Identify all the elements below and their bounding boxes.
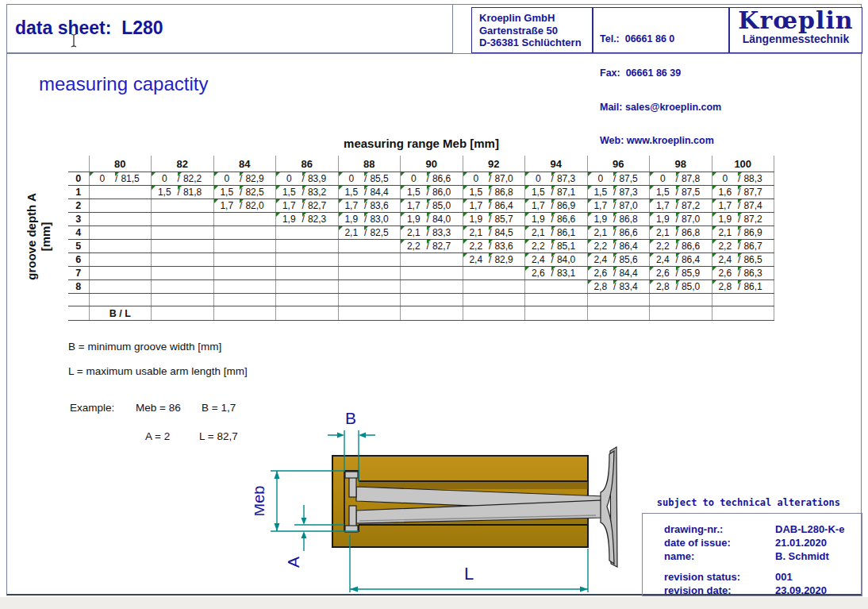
capacity-cell bbox=[152, 199, 214, 213]
capacity-cell: 1,9/82,3 bbox=[276, 213, 339, 226]
table-row: 31,9/82,31,9/83,01,9/84,01,9/85,71,9/86,… bbox=[68, 213, 774, 226]
capacity-cell bbox=[152, 213, 214, 226]
empty-cell bbox=[587, 294, 650, 306]
capacity-cell: 2,1/83,3 bbox=[401, 226, 463, 240]
row-label: 1 bbox=[68, 186, 89, 199]
capacity-cell: 2,1/86,1 bbox=[525, 226, 588, 240]
header-divider bbox=[7, 53, 862, 54]
datasheet-page: data sheet: L280 Kroeplin GmbH Gartenstr… bbox=[6, 4, 862, 596]
capacity-cell: 2,2/86,6 bbox=[650, 240, 712, 253]
capacity-cell: 1,9/84,0 bbox=[401, 213, 463, 226]
capacity-cell: 1,9/85,7 bbox=[463, 213, 525, 226]
capacity-cell: 2,6/84,4 bbox=[587, 267, 650, 280]
capacity-cell: 2,6/86,3 bbox=[712, 267, 774, 280]
empty-cell bbox=[89, 294, 152, 306]
empty-cell bbox=[213, 306, 276, 321]
name-label: name: bbox=[664, 549, 775, 563]
capacity-cell: 2,4/84,0 bbox=[525, 253, 588, 267]
capacity-cell bbox=[89, 186, 152, 199]
dim-label-a: A bbox=[284, 557, 302, 568]
capacity-cell: 1,5/87,1 bbox=[525, 186, 588, 199]
capacity-cell: 2,1/86,6 bbox=[587, 226, 650, 240]
example-meb: Meb = 86 bbox=[136, 402, 181, 414]
capacity-cell bbox=[276, 240, 339, 253]
capacity-cell bbox=[276, 226, 339, 240]
column-header: 100 bbox=[712, 156, 774, 172]
example-b: B = 1,7 bbox=[202, 402, 236, 414]
revision-status-label: revision status: bbox=[664, 570, 775, 584]
revision-status-value: 001 bbox=[775, 570, 793, 584]
revision-row: name: B. Schmidt bbox=[664, 549, 862, 563]
empty-cell bbox=[587, 306, 650, 321]
capacity-cell: 0/82,2 bbox=[152, 172, 214, 186]
capacity-cell bbox=[89, 253, 152, 267]
column-header: 98 bbox=[650, 156, 712, 172]
brand-logo: Krœplin bbox=[730, 8, 862, 33]
empty-cell bbox=[213, 294, 276, 306]
row-label: 5 bbox=[68, 240, 89, 253]
issue-date-label: date of issue: bbox=[664, 536, 775, 549]
capacity-cell bbox=[338, 280, 401, 294]
table-row: 42,1/82,52,1/83,32,1/84,52,1/86,12,1/86,… bbox=[68, 226, 774, 240]
example-label: Example: bbox=[70, 402, 114, 414]
example-l: L = 82,7 bbox=[199, 430, 238, 442]
drawing-nr-value: DAB-L280-K-e bbox=[775, 522, 844, 536]
note-l: L = maximum usable arm length [mm] bbox=[68, 365, 248, 377]
note-b: B = minimum groove width [mm] bbox=[68, 341, 221, 353]
empty-cell bbox=[152, 306, 214, 321]
capacity-cell bbox=[525, 280, 588, 294]
page-edge-strip bbox=[0, 597, 868, 609]
capacity-cell bbox=[401, 253, 463, 267]
capacity-cell: 0/87,0 bbox=[463, 172, 525, 186]
capacity-cell: 1,7/87,0 bbox=[587, 199, 650, 213]
company-contact-box: Tel.: 06661 86 0 Fax: 06661 86 39 Mail: … bbox=[593, 7, 729, 53]
table-row: 82,8/83,42,8/85,02,8/86,1 bbox=[68, 280, 774, 294]
empty-cell bbox=[152, 294, 214, 306]
row-label: 2 bbox=[68, 199, 89, 213]
capacity-cell: 2,2/85,1 bbox=[525, 240, 588, 253]
capacity-cell: 0/87,5 bbox=[587, 172, 650, 186]
capacity-cell bbox=[463, 267, 525, 280]
capacity-cell: 2,2/83,6 bbox=[463, 240, 525, 253]
capacity-cell: 2,8/86,1 bbox=[712, 280, 774, 294]
empty-cell bbox=[338, 294, 401, 306]
empty-cell bbox=[401, 294, 463, 306]
capacity-cell bbox=[152, 240, 214, 253]
capacity-cell bbox=[276, 253, 339, 267]
page-title: data sheet: L280 bbox=[15, 17, 163, 39]
table-row: 72,6/83,12,6/84,42,6/85,92,6/86,3 bbox=[68, 267, 774, 280]
capacity-cell bbox=[152, 267, 214, 280]
capacity-cell bbox=[89, 226, 152, 240]
capacity-cell: 0/87,8 bbox=[650, 172, 712, 186]
capacity-cell: 1,5/87,5 bbox=[650, 186, 712, 199]
page: { "colors": { "accent_navy": "#15159a", … bbox=[0, 0, 868, 609]
capacity-table: 8082848688909294969810000/81,50/82,20/82… bbox=[68, 156, 774, 321]
contact-mail-link[interactable]: Mail: sales@kroeplin.com bbox=[600, 102, 728, 113]
groove-axis-unit: [mm] bbox=[39, 172, 53, 302]
company-name: Kroeplin GmbH bbox=[479, 12, 592, 25]
capacity-cell: 1,6/87,7 bbox=[712, 186, 774, 199]
capacity-cell bbox=[152, 280, 214, 294]
capacity-cell: 2,4/82,9 bbox=[463, 253, 525, 267]
empty-cell bbox=[525, 294, 588, 306]
company-city: D-36381 Schlüchtern bbox=[479, 37, 592, 49]
capacity-cell bbox=[213, 253, 276, 267]
row-label: 6 bbox=[68, 253, 89, 267]
capacity-cell: 2,4/86,5 bbox=[712, 253, 774, 267]
capacity-cell: 2,8/83,4 bbox=[587, 280, 650, 294]
capacity-cell bbox=[276, 267, 339, 280]
capacity-cell bbox=[152, 253, 214, 267]
capacity-cell bbox=[213, 240, 276, 253]
row-label: 8 bbox=[68, 280, 89, 294]
capacity-cell: 2,1/86,8 bbox=[650, 226, 712, 240]
groove-axis-text: groove depth A bbox=[25, 172, 39, 302]
technical-drawing: B Meb A L bbox=[255, 410, 651, 608]
table-row: 00/81,50/82,20/82,90/83,90/85,50/86,60/8… bbox=[68, 172, 774, 186]
capacity-cell bbox=[338, 240, 401, 253]
capacity-cell bbox=[338, 267, 401, 280]
capacity-cell: 1,9/87,2 bbox=[712, 213, 774, 226]
issue-date-value: 21.01.2020 bbox=[775, 536, 827, 549]
capacity-cell: 1,7/82,7 bbox=[276, 199, 339, 213]
capacity-cell: 1,7/85,0 bbox=[401, 199, 463, 213]
capacity-cell bbox=[463, 280, 525, 294]
